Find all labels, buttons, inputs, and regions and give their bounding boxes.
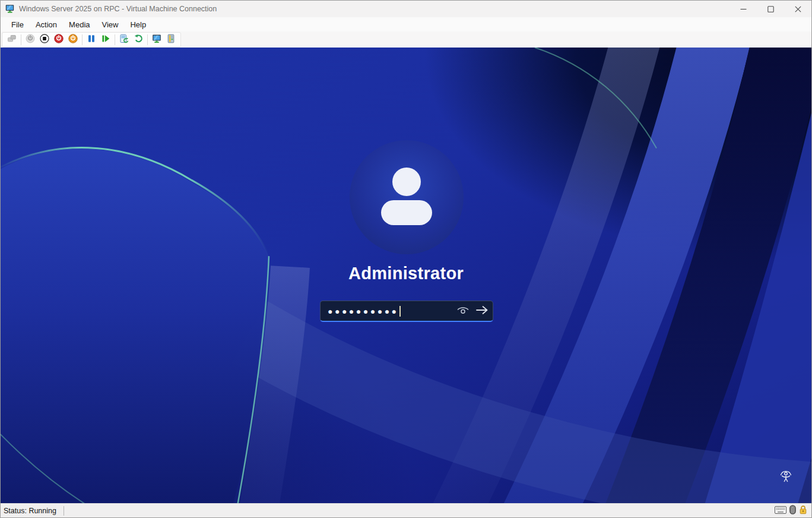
revert-button[interactable] [131,33,145,47]
toolbar-separator [147,34,148,45]
avatar [350,140,464,254]
ctrl-alt-del-button [5,33,19,47]
avatar-person-icon [392,168,421,196]
password-input[interactable]: ●●●●●●●●●● [320,301,493,322]
eye-icon [456,307,470,316]
enhanced-session-icon [152,34,161,45]
lock-icon [799,505,807,516]
menu-file[interactable]: File [5,18,30,31]
hyperv-vm-icon [5,4,15,14]
toolbar [1,31,811,48]
shut-down-button[interactable] [52,33,66,47]
submit-password-button[interactable] [472,302,491,321]
checkpoint-icon [119,34,129,45]
revert-icon [134,34,143,45]
statusbar-indicators [775,505,807,516]
vm-display: Administrator ●●●●●●●●●● [1,48,811,503]
menu-help[interactable]: Help [124,18,152,31]
turn-off-button[interactable] [37,33,52,47]
password-masked-value: ●●●●●●●●●● [328,307,399,315]
menu-bar: File Action Media View Help [1,17,811,31]
enhanced-session-button[interactable] [150,33,164,47]
arrow-right-icon [475,305,489,317]
toolbar-separator [115,34,115,45]
menu-action[interactable]: Action [30,18,63,31]
maximize-button[interactable] [757,1,784,17]
checkpoint-button[interactable] [117,33,131,47]
toolbar-separator [21,34,21,45]
accessibility-button[interactable] [777,469,795,486]
vmconnect-window: Windows Server 2025 on RPC - Virtual Mac… [0,0,812,518]
start-power-icon [26,34,35,45]
pause-button[interactable] [84,33,99,47]
title-bar: Windows Server 2025 on RPC - Virtual Mac… [1,1,811,17]
text-caret [399,306,401,317]
toolbar-strip [2,32,181,48]
save-button[interactable] [66,33,80,47]
reveal-password-button[interactable] [453,302,472,321]
accessibility-icon [779,470,793,486]
window-controls [729,1,811,17]
share-button[interactable] [164,33,178,47]
close-button[interactable] [784,1,811,17]
menu-view[interactable]: View [96,18,125,31]
resume-icon [101,34,110,45]
share-icon [166,34,176,45]
minimize-button[interactable] [729,1,757,17]
keyboard-icon [775,506,786,516]
username-label: Administrator [1,264,811,283]
menu-media[interactable]: Media [63,18,96,31]
toolbar-separator [82,34,83,45]
ctrl-alt-del-icon [7,34,17,45]
pause-icon [87,34,96,45]
turn-off-icon [40,34,49,45]
resume-button[interactable] [99,33,113,47]
save-icon [68,34,78,45]
status-bar: Status: Running [1,503,811,517]
start-button [23,33,37,47]
mouse-icon [789,505,796,516]
status-label: Status: Running [4,507,56,515]
window-title: Windows Server 2025 on RPC - Virtual Mac… [19,5,729,13]
statusbar-separator [64,506,64,516]
shut-down-icon [54,34,64,45]
